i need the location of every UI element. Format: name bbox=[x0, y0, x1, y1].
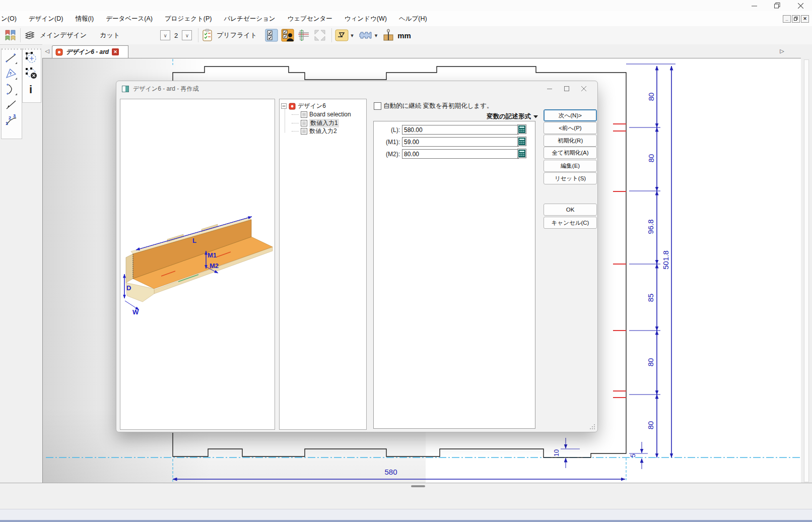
layer-combo-dropdown[interactable]: ∨ bbox=[160, 30, 170, 40]
ok-button[interactable]: OK bbox=[544, 204, 597, 216]
menu-item-design[interactable]: デザイン(D) bbox=[23, 15, 70, 23]
field-input-m1[interactable] bbox=[402, 137, 519, 147]
window-minimize-button[interactable] bbox=[742, 0, 766, 11]
mdi-minimize-button[interactable]: _ bbox=[783, 15, 791, 23]
chevron-left-icon: ◁ bbox=[45, 48, 49, 54]
dialog-maximize-button[interactable] bbox=[558, 83, 575, 95]
menu-item-options[interactable]: ン(O) bbox=[0, 15, 23, 23]
tree-item-board-selection[interactable]: Board selection bbox=[292, 111, 351, 118]
units-pin-button[interactable] bbox=[382, 29, 394, 42]
layers-button[interactable] bbox=[24, 30, 36, 41]
dialog-minimize-button[interactable] bbox=[541, 83, 558, 95]
window-bottom-edge bbox=[0, 520, 812, 522]
field-input-m2[interactable] bbox=[402, 149, 519, 159]
dim-chain-label-2: 80 bbox=[647, 154, 655, 163]
init-all-button[interactable]: 全て初期化(A) bbox=[544, 147, 597, 159]
window-restore-button[interactable] bbox=[766, 0, 789, 11]
tool-arc-button[interactable] bbox=[2, 81, 21, 97]
tool-sequence-button[interactable]: 1 2 3 bbox=[2, 112, 21, 128]
tree-item-numeric-input1[interactable]: 数値入力1 bbox=[292, 119, 339, 127]
tab-scroll-left-button[interactable]: ◁ bbox=[43, 46, 51, 56]
mdi-close-button[interactable]: ✕ bbox=[801, 15, 809, 23]
tool-angle-button[interactable] bbox=[2, 66, 21, 81]
tree-root-item[interactable]: デザイン6 bbox=[281, 102, 326, 110]
status-area bbox=[0, 483, 812, 509]
grid-edit-button[interactable] bbox=[297, 29, 310, 42]
checklist-button[interactable] bbox=[265, 28, 278, 42]
tree-item-numeric-input2[interactable]: 数値入力2 bbox=[292, 127, 337, 136]
tree-stub bbox=[292, 131, 299, 132]
init-button[interactable]: 初期化(R) bbox=[544, 135, 597, 147]
restore-icon bbox=[774, 3, 780, 9]
dim-total-height-label: 501.8 bbox=[661, 250, 670, 270]
delete-point-tool-icon bbox=[25, 67, 38, 80]
mdi-restore-button[interactable] bbox=[792, 15, 800, 23]
tool-delete-point-button[interactable] bbox=[23, 66, 40, 81]
tool-add-point-button[interactable] bbox=[23, 50, 40, 66]
recreate-dialog[interactable]: デザイン6 - ard - 再作成 bbox=[116, 81, 598, 432]
board-roll-dropdown-caret[interactable]: ▾ bbox=[375, 32, 378, 39]
menu-item-database[interactable]: データベース(A) bbox=[100, 15, 159, 23]
chevron-right-icon: ▷ bbox=[780, 48, 784, 54]
calculator-button-m1[interactable] bbox=[517, 137, 526, 146]
tab-close-button[interactable]: ✕ bbox=[112, 48, 119, 55]
layer-name-label[interactable]: メインデザイン bbox=[40, 31, 87, 40]
menu-item-webcenter[interactable]: ウェブセンター bbox=[282, 15, 339, 23]
menu-item-window[interactable]: ウィンドウ(W) bbox=[339, 15, 393, 23]
var-format-dropdown[interactable]: 変数の記述形式 bbox=[487, 112, 538, 121]
fit-view-button[interactable] bbox=[313, 29, 326, 42]
menu-item-project[interactable]: プロジェクト(P) bbox=[159, 15, 218, 23]
dialog-close-button[interactable] bbox=[575, 83, 592, 95]
tab-scroll-right-button[interactable]: ▷ bbox=[778, 46, 786, 56]
tree-item-label-selected: 数値入力1 bbox=[309, 119, 339, 127]
menu-item-help[interactable]: ヘルプ(H) bbox=[393, 15, 433, 23]
auto-reinit-checkbox[interactable] bbox=[374, 102, 381, 110]
layer-mode-label[interactable]: カット bbox=[100, 31, 120, 40]
window-close-button[interactable] bbox=[789, 0, 812, 11]
preflight-label[interactable]: プリフライト bbox=[217, 31, 257, 40]
tree-root-label: デザイン6 bbox=[298, 102, 326, 110]
svg-text:2: 2 bbox=[9, 115, 11, 120]
dialog-minimize-icon bbox=[547, 86, 552, 91]
calculator-button-m2[interactable] bbox=[517, 149, 526, 158]
preview-label-m1: M1 bbox=[208, 251, 217, 259]
main-toolbar: メインデザイン カット ∨ 2 ∨ プリフライト bbox=[0, 26, 812, 45]
svg-text:i: i bbox=[29, 83, 32, 96]
info-icon: i bbox=[25, 83, 38, 96]
tree-stub bbox=[292, 114, 299, 115]
prev-button[interactable]: <前へ(P) bbox=[544, 122, 597, 134]
tree-collapse-icon[interactable] bbox=[281, 103, 287, 109]
rebuild-button[interactable] bbox=[335, 29, 349, 42]
vertical-scrollbar[interactable] bbox=[804, 59, 809, 482]
edit-button[interactable]: 編集(E) bbox=[544, 160, 597, 172]
field-label-m2: (M2): bbox=[378, 151, 400, 158]
dim-chain-label-4: 85 bbox=[646, 294, 655, 302]
design-tab[interactable]: デザイン6 - ard ✕ bbox=[52, 45, 128, 58]
menu-item-info[interactable]: 情報(I) bbox=[69, 15, 100, 23]
menu-item-palletization[interactable]: パレチゼーション bbox=[218, 15, 281, 23]
tool-divide-button[interactable] bbox=[2, 97, 21, 112]
dialog-resize-grip[interactable] bbox=[589, 424, 595, 430]
calculator-button-l[interactable] bbox=[517, 124, 526, 134]
fit-view-icon bbox=[313, 29, 326, 42]
reset-button[interactable]: リセット(S) bbox=[544, 172, 597, 184]
scale-combo-dropdown[interactable]: ∨ bbox=[182, 30, 192, 40]
user-checklist-button[interactable] bbox=[281, 28, 294, 42]
units-label: mm bbox=[397, 31, 411, 40]
dim-notch-label: 10 bbox=[553, 449, 560, 456]
tool-line-button[interactable] bbox=[2, 50, 21, 66]
dialog-titlebar[interactable]: デザイン6 - ard - 再作成 bbox=[116, 81, 597, 96]
next-button[interactable]: 次へ(N)> bbox=[544, 109, 597, 121]
tool-palette-main: 1 2 3 bbox=[1, 48, 22, 139]
navigate-designs-button[interactable] bbox=[4, 29, 17, 42]
field-input-l[interactable] bbox=[402, 125, 519, 135]
preview-panel[interactable]: L M1 M2 D W bbox=[120, 99, 275, 430]
splitter-handle[interactable] bbox=[411, 485, 425, 487]
tree-panel[interactable]: デザイン6 Board selection 数値入力1 数値入力2 bbox=[279, 99, 367, 430]
rebuild-dropdown-caret[interactable]: ▾ bbox=[351, 32, 354, 39]
board-roll-button[interactable] bbox=[359, 29, 373, 41]
user-checklist-icon bbox=[281, 28, 294, 42]
cancel-button[interactable]: キャンセル(C) bbox=[544, 217, 597, 229]
preflight-button[interactable] bbox=[201, 29, 214, 42]
tool-info-button[interactable]: i bbox=[23, 81, 40, 97]
